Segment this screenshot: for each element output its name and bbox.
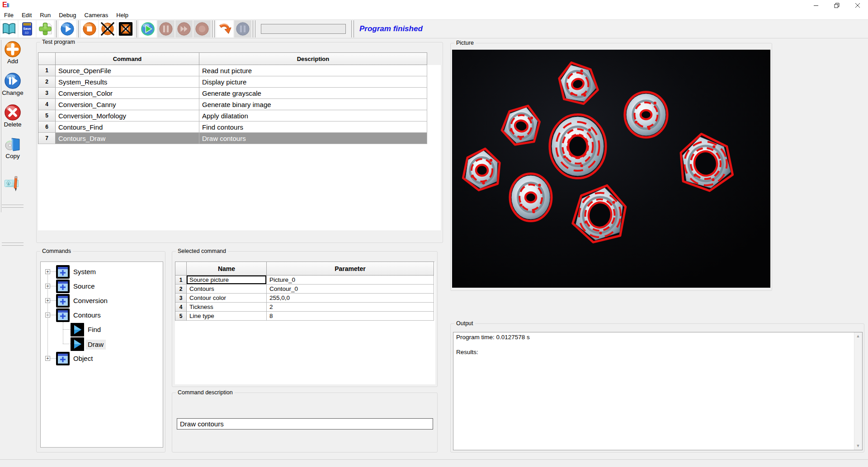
command-cell[interactable]: Conversion_Morfology	[56, 110, 199, 121]
fast-forward-button[interactable]	[175, 20, 193, 37]
menu-run[interactable]: Run	[36, 10, 55, 19]
delete-button[interactable]: Delete	[1, 104, 24, 128]
close-button[interactable]	[847, 0, 868, 10]
tree-item-source[interactable]: Source	[73, 282, 95, 291]
titlebar: Eli	[0, 0, 868, 10]
tree-item-find[interactable]: Find	[88, 325, 101, 334]
command-cell[interactable]: Conversion_Canny	[56, 99, 199, 110]
parameter-name-cell[interactable]: Source picture	[187, 276, 267, 285]
command-leaf-icon[interactable]	[71, 337, 84, 351]
parameter-name-cell[interactable]: Line type	[187, 312, 267, 321]
output-scrollbar[interactable]: ▲ ▼	[854, 332, 862, 450]
stop-boxed-cross-button[interactable]	[117, 20, 134, 37]
button-label: Delete	[1, 121, 24, 128]
tree-item-system[interactable]: System	[73, 267, 96, 276]
check-writer-button[interactable]: $	[1, 175, 24, 192]
toolbar-separator	[137, 20, 137, 37]
command-group-icon[interactable]	[56, 265, 70, 279]
parameter-value-cell[interactable]: 8	[267, 312, 434, 321]
stop-button[interactable]	[81, 20, 98, 37]
scroll-up-icon[interactable]: ▲	[854, 332, 862, 340]
record-button[interactable]	[193, 20, 211, 37]
command-cell[interactable]: System_Results	[56, 76, 199, 88]
button-label: Change	[1, 89, 24, 96]
menu-debug[interactable]: Debug	[55, 10, 80, 19]
add-button[interactable]: Add	[1, 41, 24, 65]
parameter-row[interactable]: 1Source picturePicture_0	[175, 276, 434, 285]
save-card-button[interactable]: SaveSD	[19, 20, 36, 37]
command-cell[interactable]: Contours_Find	[56, 121, 199, 133]
table-row[interactable]: 4Conversion_CannyGenerate binary image	[38, 99, 428, 110]
menu-cameras[interactable]: Cameras	[80, 10, 113, 19]
parameter-value-cell[interactable]: Picture_0	[267, 276, 434, 285]
column-header[interactable]: Command	[56, 53, 199, 65]
description-cell[interactable]: Display picture	[199, 76, 427, 88]
minimize-button[interactable]	[806, 0, 826, 10]
row-number: 7	[38, 133, 56, 144]
parameter-row[interactable]: 2ContoursContour_0	[175, 285, 434, 294]
parameter-value-cell[interactable]: 2	[267, 303, 434, 312]
description-cell[interactable]: Apply dilatation	[199, 110, 427, 121]
selected-command-list: NameParameter1Source picturePicture_02Co…	[175, 262, 435, 384]
open-book-button[interactable]	[0, 20, 18, 37]
description-cell[interactable]: Read nut picture	[199, 65, 427, 76]
command-cell[interactable]: Contours_Draw	[56, 133, 199, 144]
command-group-icon[interactable]	[56, 294, 70, 308]
table-row[interactable]: 1Source_OpenFileRead nut picture	[38, 65, 428, 76]
table-row[interactable]: 6Contours_FindFind contours	[38, 121, 428, 133]
column-header[interactable]: Name	[187, 262, 267, 276]
parameter-row[interactable]: 4Tickness2	[175, 303, 434, 312]
toolbar-separator	[214, 20, 215, 37]
toolbar-separator	[351, 20, 352, 37]
description-cell[interactable]: Find contours	[199, 121, 427, 133]
table-row[interactable]: 5Conversion_MorfologyApply dilatation	[38, 110, 428, 121]
run-button[interactable]	[139, 20, 156, 37]
command-cell[interactable]: Source_OpenFile	[56, 65, 199, 76]
picture-label: Picture	[454, 40, 476, 47]
pause-alt-button[interactable]	[234, 20, 251, 37]
parameter-name-cell[interactable]: Contour color	[187, 294, 267, 303]
test-program-list: CommandDescription1Source_OpenFileRead n…	[38, 52, 441, 230]
parameter-name-cell[interactable]: Contours	[187, 285, 267, 294]
description-cell[interactable]: Generate grayscale	[199, 88, 427, 99]
menu-file[interactable]: File	[0, 10, 18, 19]
scroll-down-icon[interactable]: ▼	[854, 442, 862, 450]
command-leaf-icon[interactable]	[71, 323, 84, 336]
table-row[interactable]: 2System_ResultsDisplay picture	[38, 76, 428, 88]
command-group-icon[interactable]	[56, 308, 70, 322]
column-header[interactable]: Description	[199, 53, 427, 65]
output-group: Output Program time: 0.0127578 s Results…	[450, 323, 864, 453]
command-description-label: Command description	[176, 389, 235, 396]
parameter-name-cell[interactable]: Tickness	[187, 303, 267, 312]
change-button[interactable]: Change	[1, 72, 24, 96]
menu-edit[interactable]: Edit	[18, 10, 36, 19]
table-header-row: CommandDescription	[38, 53, 428, 65]
tree-item-conversion[interactable]: Conversion	[73, 296, 108, 305]
tree-item-draw[interactable]: Draw	[85, 340, 106, 350]
parameter-value-cell[interactable]: Contour_0	[267, 285, 434, 294]
step-arrow-button[interactable]	[216, 20, 233, 37]
command-group-icon[interactable]	[56, 280, 70, 293]
output-textarea[interactable]: Program time: 0.0127578 s Results: ▲ ▼	[453, 332, 863, 450]
column-header[interactable]: Parameter	[267, 262, 434, 276]
copy-button[interactable]: Copy	[1, 135, 24, 159]
stop-cross-button[interactable]	[99, 20, 116, 37]
table-row[interactable]: 7Contours_DrawDraw contours	[38, 133, 428, 144]
parameter-value-cell[interactable]: 255,0,0	[267, 294, 434, 303]
menu-help[interactable]: Help	[112, 10, 132, 19]
play-button[interactable]	[59, 20, 76, 37]
delete-icon	[4, 104, 21, 121]
add-page-button[interactable]	[37, 20, 54, 37]
command-group-icon[interactable]	[56, 352, 70, 365]
description-cell[interactable]: Generate binary image	[199, 99, 427, 110]
description-cell[interactable]: Draw contours	[199, 133, 427, 144]
parameter-row[interactable]: 5Line type8	[175, 312, 434, 321]
parameter-row[interactable]: 3Contour color255,0,0	[175, 294, 434, 303]
table-row[interactable]: 3Conversion_ColorGenerate grayscale	[38, 88, 428, 99]
command-description-input[interactable]	[177, 418, 433, 430]
pause-button[interactable]	[157, 20, 175, 37]
command-cell[interactable]: Conversion_Color	[56, 88, 199, 99]
tree-item-contours[interactable]: Contours	[73, 311, 101, 320]
tree-item-object[interactable]: Object	[73, 354, 93, 363]
restore-button[interactable]	[826, 0, 847, 10]
